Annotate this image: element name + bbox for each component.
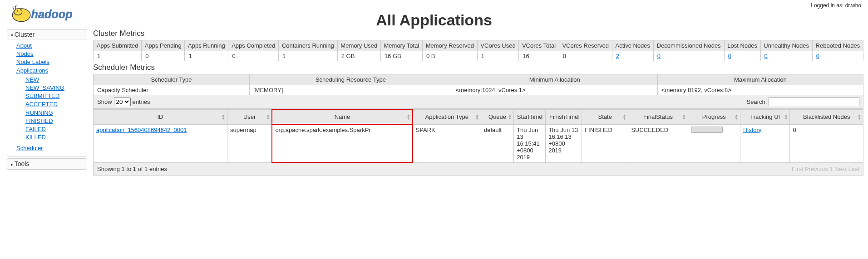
- svg-point-1: [14, 9, 22, 15]
- metric-value: 16 GB: [380, 51, 422, 61]
- metric-value: 1: [94, 51, 142, 61]
- nav-tools-header[interactable]: Tools: [7, 159, 87, 169]
- search-label: Search:: [747, 98, 767, 105]
- nav-state-killed[interactable]: KILLED: [25, 133, 82, 142]
- metric-header: Unhealthy Nodes: [760, 40, 812, 51]
- cell-progress: [688, 124, 740, 162]
- sort-icon: ▲▼: [508, 114, 512, 120]
- sched-value: Capacity Scheduler: [94, 85, 250, 95]
- nav-about[interactable]: About: [16, 42, 82, 50]
- metric-link[interactable]: 0: [764, 53, 768, 59]
- apps-header[interactable]: Queue▲▼: [481, 109, 513, 124]
- apps-header[interactable]: Blacklisted Nodes▲▼: [790, 109, 863, 124]
- nav-state-finished[interactable]: FINISHED: [25, 117, 82, 125]
- nav-scheduler[interactable]: Scheduler: [16, 144, 82, 152]
- metric-value: 2 GB: [337, 51, 380, 61]
- nav-state-running[interactable]: RUNNING: [25, 109, 82, 117]
- scheduler-metrics-table: Scheduler TypeScheduling Resource TypeMi…: [93, 74, 863, 95]
- metric-value: 0: [760, 51, 812, 61]
- cell-queue: default: [481, 124, 513, 162]
- sort-icon: ▲▼: [735, 114, 738, 120]
- cell-final: SUCCEEDED: [628, 124, 688, 162]
- metric-header: Memory Total: [380, 40, 422, 51]
- metric-link[interactable]: 0: [728, 53, 731, 59]
- nav-state-failed[interactable]: FAILED: [25, 125, 82, 133]
- applications-table: ID▲▼User▲▼Name▲▼Application Type▲▼Queue▲…: [93, 109, 863, 163]
- metric-value: 0: [724, 51, 760, 61]
- sched-header: Scheduling Resource Type: [249, 74, 452, 85]
- metric-value: 0: [559, 51, 612, 61]
- apps-header[interactable]: User▲▼: [227, 109, 272, 124]
- sort-icon: ▲▼: [784, 114, 788, 120]
- table-row: application_1560408694642_0001 supermap …: [94, 124, 863, 162]
- nav-node-labels[interactable]: Node Labels: [16, 58, 82, 66]
- metric-value: 1: [279, 51, 338, 61]
- cluster-metrics-title: Cluster Metrics: [93, 29, 863, 38]
- nav-nodes[interactable]: Nodes: [16, 50, 82, 58]
- metric-header: Decommissioned Nodes: [653, 40, 724, 51]
- metric-header: Active Nodes: [612, 40, 653, 51]
- metric-link[interactable]: 0: [816, 53, 819, 59]
- sort-icon: ▲▼: [682, 114, 686, 120]
- cell-state: FINISHED: [582, 124, 628, 162]
- page-size-select[interactable]: 20: [114, 98, 131, 106]
- nav-applications[interactable]: Applications: [16, 67, 82, 75]
- apps-header[interactable]: Name▲▼: [272, 109, 412, 124]
- nav-cluster-header[interactable]: Cluster: [7, 29, 87, 40]
- metric-header: VCores Reserved: [559, 40, 612, 51]
- nav-state-accepted[interactable]: ACCEPTED: [25, 100, 82, 108]
- metric-header: Rebooted Nodes: [812, 40, 863, 51]
- svg-text:hadoop: hadoop: [31, 8, 73, 20]
- apps-header[interactable]: FinalStatus▲▼: [628, 109, 688, 124]
- hadoop-logo: hadoop: [0, 0, 100, 29]
- apps-header[interactable]: Tracking UI▲▼: [740, 109, 790, 124]
- metric-link[interactable]: 2: [616, 53, 619, 59]
- cell-type: SPARK: [413, 124, 481, 162]
- metric-value: 0 B: [422, 51, 477, 61]
- metric-value: 0: [812, 51, 863, 61]
- metric-value: 0: [228, 51, 279, 61]
- svg-point-2: [17, 10, 18, 12]
- sched-value: <memory:8192, vCores:8>: [657, 85, 863, 95]
- metric-value: 0: [142, 51, 185, 61]
- apps-header[interactable]: FinishTime▲▼: [546, 109, 582, 124]
- metric-header: VCores Total: [519, 40, 559, 51]
- sched-header: Scheduler Type: [94, 74, 250, 85]
- page-last[interactable]: Last: [848, 166, 859, 172]
- apps-header[interactable]: StartTime▲▼: [514, 109, 546, 124]
- metric-link[interactable]: 0: [657, 53, 661, 59]
- apps-header[interactable]: State▲▼: [582, 109, 628, 124]
- table-footer: Showing 1 to 1 of 1 entries First Previo…: [93, 163, 863, 176]
- sort-icon: ▲▼: [576, 114, 580, 120]
- progress-bar: [691, 127, 723, 133]
- table-info: Showing 1 to 1 of 1 entries: [97, 166, 167, 172]
- sort-icon: ▲▼: [266, 114, 270, 120]
- search-input[interactable]: [769, 98, 859, 106]
- sort-icon: ▲▼: [622, 114, 626, 120]
- sched-value: <memory:1024, vCores:1>: [452, 85, 657, 95]
- cell-start: Thu Jun 13 16:15:41 +0800 2019: [514, 124, 546, 162]
- metric-header: Apps Pending: [142, 40, 185, 51]
- metric-value: 0: [653, 51, 724, 61]
- page-next[interactable]: Next: [834, 166, 847, 172]
- metric-value: 16: [519, 51, 559, 61]
- metric-value: 1: [477, 51, 519, 61]
- cell-user: supermap: [227, 124, 272, 162]
- sched-header: Maximum Allocation: [657, 74, 863, 85]
- sort-icon: ▲▼: [222, 114, 225, 120]
- nav-state-new[interactable]: NEW: [25, 76, 82, 84]
- scheduler-metrics-title: Scheduler Metrics: [93, 63, 863, 72]
- apps-header[interactable]: Progress▲▼: [688, 109, 740, 124]
- sched-value: [MEMORY]: [249, 85, 452, 95]
- apps-header[interactable]: ID▲▼: [94, 109, 227, 124]
- cell-blacklisted: 0: [790, 124, 863, 162]
- nav-state-new-saving[interactable]: NEW_SAVING: [25, 84, 82, 92]
- sidebar: Cluster About Nodes Node Labels Applicat…: [0, 29, 91, 180]
- page-1[interactable]: 1: [829, 166, 833, 172]
- tracking-link[interactable]: History: [743, 127, 761, 133]
- apps-header[interactable]: Application Type▲▼: [413, 109, 481, 124]
- page-prev[interactable]: Previous: [805, 166, 828, 172]
- nav-state-submitted[interactable]: SUBMITTED: [25, 92, 82, 100]
- app-id-link[interactable]: application_1560408694642_0001: [96, 127, 187, 133]
- page-first[interactable]: First: [792, 166, 803, 172]
